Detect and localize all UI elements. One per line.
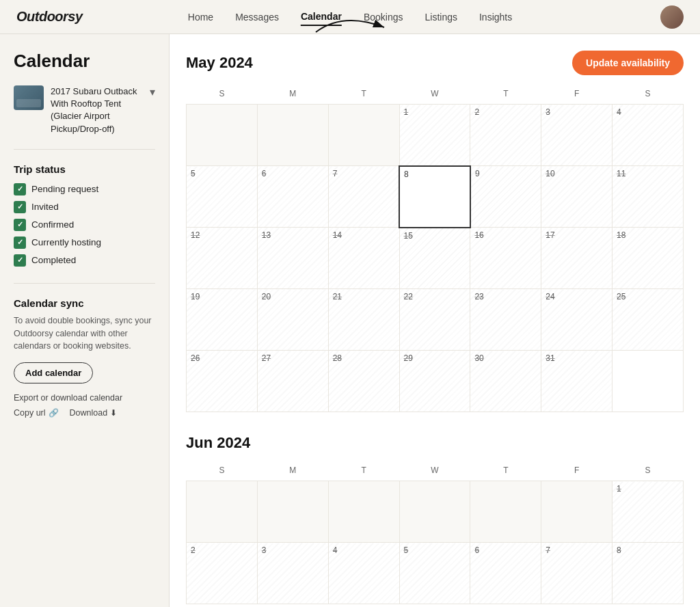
nav-item-calendar[interactable]: Calendar bbox=[301, 8, 342, 26]
nav-item-insights[interactable]: Insights bbox=[479, 9, 512, 25]
calendar-day[interactable]: 9 bbox=[470, 166, 541, 228]
calendar-day[interactable] bbox=[470, 481, 541, 543]
calendar-day[interactable]: 29 bbox=[399, 351, 470, 412]
vehicle-card[interactable]: 2017 Subaru Outback With Rooftop Tent (G… bbox=[14, 85, 155, 150]
jun-title: Jun 2024 bbox=[186, 434, 250, 452]
status-label-confirmed: Confirmed bbox=[31, 219, 74, 230]
calendar-day[interactable]: 13 bbox=[257, 228, 328, 289]
day-number: 8 bbox=[400, 167, 470, 182]
calendar-day[interactable]: 27 bbox=[257, 351, 328, 412]
day-of-week-header: T bbox=[470, 463, 541, 481]
calendar-day[interactable]: 30 bbox=[470, 351, 541, 412]
day-number: 2 bbox=[470, 105, 541, 120]
jun-days-row: SMTWTFS bbox=[187, 463, 684, 481]
calendar-day[interactable]: 28 bbox=[328, 351, 399, 412]
day-number: 28 bbox=[329, 351, 399, 366]
calendar-day[interactable]: 4 bbox=[612, 105, 684, 166]
calendar-day[interactable]: 5 bbox=[187, 166, 258, 228]
copy-url-link[interactable]: Copy url 🔗 bbox=[14, 408, 59, 418]
day-of-week-header: W bbox=[399, 463, 470, 481]
link-icon: 🔗 bbox=[49, 408, 59, 418]
day-number: 6 bbox=[258, 166, 328, 181]
day-number: 11 bbox=[612, 166, 683, 181]
calendar-day[interactable]: 10 bbox=[541, 166, 612, 228]
calendar-day[interactable]: 4 bbox=[328, 543, 399, 604]
calendar-day[interactable]: 1 bbox=[399, 105, 470, 166]
check-icon-pending bbox=[14, 183, 26, 195]
calendar-day[interactable]: 22 bbox=[399, 289, 470, 351]
calendar-day[interactable] bbox=[257, 481, 328, 543]
calendar-week-row: 567891011 bbox=[187, 166, 684, 228]
main-content: May 2024 Update availability SMTWTFS 123… bbox=[170, 34, 700, 607]
day-number: 4 bbox=[612, 105, 683, 120]
calendar-day[interactable]: 14 bbox=[328, 228, 399, 289]
calendar-day[interactable]: 15 bbox=[399, 228, 470, 289]
calendar-day[interactable]: 19 bbox=[187, 289, 258, 351]
day-number: 31 bbox=[541, 351, 612, 366]
calendar-day[interactable] bbox=[541, 481, 612, 543]
calendar-day[interactable]: 18 bbox=[612, 228, 684, 289]
nav-item-bookings[interactable]: Bookings bbox=[364, 9, 403, 25]
nav-item-listings[interactable]: Listings bbox=[425, 9, 457, 25]
calendar-day[interactable]: 26 bbox=[187, 351, 258, 412]
sidebar-title: Calendar bbox=[14, 51, 155, 72]
calendar-day[interactable]: 6 bbox=[470, 543, 541, 604]
calendar-day[interactable]: 8 bbox=[612, 543, 684, 604]
calendar-day[interactable]: 17 bbox=[541, 228, 612, 289]
day-of-week-header: F bbox=[541, 86, 612, 105]
day-of-week-header: T bbox=[470, 86, 541, 105]
day-number: 20 bbox=[258, 289, 328, 304]
jun-calendar: SMTWTFS 12345678 bbox=[186, 463, 684, 604]
calendar-day[interactable]: 12 bbox=[187, 228, 258, 289]
day-number: 26 bbox=[187, 351, 257, 366]
calendar-day[interactable]: 21 bbox=[328, 289, 399, 351]
download-link[interactable]: Download ⬇ bbox=[70, 408, 118, 418]
calendar-day[interactable] bbox=[328, 105, 399, 166]
update-availability-button[interactable]: Update availability bbox=[572, 51, 684, 75]
calendar-day[interactable]: 3 bbox=[257, 543, 328, 604]
calendar-day[interactable]: 2 bbox=[187, 543, 258, 604]
calendar-week-row: 19202122232425 bbox=[187, 289, 684, 351]
jun-calendar-body: 12345678 bbox=[187, 481, 684, 604]
calendar-day[interactable] bbox=[612, 351, 684, 412]
main-nav: HomeMessagesCalendarBookingsListingsInsi… bbox=[188, 8, 512, 26]
sidebar: Calendar 2017 Subaru Outback With Roofto… bbox=[0, 34, 170, 607]
day-of-week-header: M bbox=[257, 86, 328, 105]
calendar-day[interactable] bbox=[399, 481, 470, 543]
calendar-day[interactable]: 7 bbox=[328, 166, 399, 228]
day-of-week-header: S bbox=[612, 463, 684, 481]
calendar-day[interactable]: 20 bbox=[257, 289, 328, 351]
day-number: 15 bbox=[400, 228, 470, 243]
calendar-day[interactable] bbox=[257, 105, 328, 166]
calendar-day[interactable]: 11 bbox=[612, 166, 684, 228]
calendar-day[interactable]: 23 bbox=[470, 289, 541, 351]
day-of-week-header: S bbox=[187, 86, 258, 105]
day-number: 14 bbox=[329, 228, 399, 243]
day-number: 4 bbox=[329, 543, 399, 558]
calendar-day[interactable] bbox=[187, 105, 258, 166]
calendar-day[interactable] bbox=[328, 481, 399, 543]
calendar-day[interactable]: 25 bbox=[612, 289, 684, 351]
calendar-day[interactable] bbox=[187, 481, 258, 543]
calendar-day[interactable]: 2 bbox=[470, 105, 541, 166]
calendar-day[interactable]: 6 bbox=[257, 166, 328, 228]
check-icon-hosting bbox=[14, 237, 26, 249]
calendar-day[interactable]: 24 bbox=[541, 289, 612, 351]
calendar-day[interactable]: 7 bbox=[541, 543, 612, 604]
calendar-day[interactable]: 8 bbox=[399, 166, 470, 228]
nav-item-home[interactable]: Home bbox=[188, 9, 213, 25]
vehicle-dropdown-icon[interactable]: ▾ bbox=[150, 85, 155, 98]
calendar-day[interactable]: 31 bbox=[541, 351, 612, 412]
calendar-day[interactable]: 1 bbox=[612, 481, 684, 543]
calendar-day[interactable]: 3 bbox=[541, 105, 612, 166]
days-row: SMTWTFS bbox=[187, 86, 684, 105]
add-calendar-button[interactable]: Add calendar bbox=[14, 362, 93, 383]
avatar[interactable] bbox=[660, 5, 684, 29]
nav-item-messages[interactable]: Messages bbox=[235, 9, 279, 25]
trip-status-heading: Trip status bbox=[14, 163, 155, 175]
day-number: 8 bbox=[612, 543, 683, 558]
day-number: 9 bbox=[471, 166, 541, 181]
calendar-day[interactable]: 16 bbox=[470, 228, 541, 289]
status-label-hosting: Currently hosting bbox=[31, 237, 101, 247]
calendar-day[interactable]: 5 bbox=[399, 543, 470, 604]
